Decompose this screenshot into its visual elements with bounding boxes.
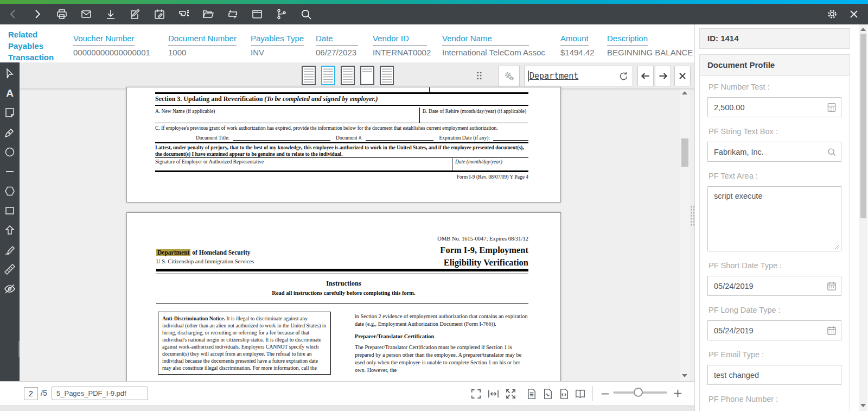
- next-match-button[interactable]: [655, 66, 671, 86]
- anti-discrimination-notice: Anti-Discrimination Notice. It is illega…: [158, 312, 331, 375]
- field-value: 06/27/2023: [316, 48, 358, 57]
- page-thumbnail-1[interactable]: [302, 66, 316, 85]
- preparer-heading: Preparer/Translator Certification: [355, 333, 529, 340]
- zoom-in-icon[interactable]: [672, 387, 684, 400]
- pf-long-date-input[interactable]: [708, 321, 841, 340]
- pf-string-text-box-label: PF String Text Box :: [709, 126, 841, 137]
- pf-short-date-input[interactable]: [708, 276, 841, 295]
- zoom-out-icon[interactable]: [599, 388, 611, 400]
- hide-annotations-icon[interactable]: [3, 282, 16, 295]
- field-label: Vendor ID: [373, 34, 427, 46]
- ruler-tool-icon[interactable]: [3, 263, 16, 276]
- search-icon[interactable]: [826, 147, 837, 157]
- back-icon[interactable]: [7, 8, 20, 21]
- toolbar-separator: [592, 386, 593, 401]
- code-view-icon[interactable]: [558, 388, 570, 400]
- page-number-input[interactable]: [24, 387, 38, 400]
- calendar-edit-icon[interactable]: [153, 8, 166, 21]
- workflow-icon[interactable]: [275, 8, 288, 21]
- zoom-slider-thumb[interactable]: [634, 388, 643, 397]
- search-options-button[interactable]: [498, 66, 520, 86]
- polygon-tool-icon[interactable]: [3, 185, 16, 198]
- document-scrollbar-thumb[interactable]: [681, 138, 688, 167]
- close-search-button[interactable]: [674, 66, 691, 86]
- rotate-icon[interactable]: [226, 8, 239, 21]
- field-value: International TeleCom Assoc: [442, 48, 545, 57]
- edit-document-icon[interactable]: [129, 8, 142, 21]
- scan-icon[interactable]: [177, 8, 190, 21]
- search-icon[interactable]: [299, 8, 312, 21]
- document-viewer-window: Related Payables Transaction Voucher Num…: [0, 0, 868, 411]
- close-icon[interactable]: [847, 8, 860, 21]
- form-document-row: Document Title: Document #: Expiration D…: [155, 134, 528, 141]
- page-thumbnail-2-selected[interactable]: [321, 66, 335, 85]
- calculator-icon[interactable]: [826, 102, 837, 113]
- text-tool-icon[interactable]: A: [3, 87, 16, 100]
- panel-scroll-up-arrow[interactable]: [860, 28, 866, 31]
- blank-line: [366, 134, 433, 141]
- field-voucher-number: Voucher Number 00000000000000001: [73, 34, 150, 57]
- resize-handle-icon[interactable]: [834, 244, 840, 250]
- pdf-view-icon[interactable]: [541, 388, 554, 400]
- pf-number-test-input[interactable]: [708, 98, 841, 117]
- text-caret: [528, 71, 529, 81]
- folder-open-icon[interactable]: [202, 8, 215, 21]
- card-view-icon[interactable]: [251, 8, 264, 21]
- text-view-icon[interactable]: [525, 388, 538, 400]
- pf-text-area-input[interactable]: script execute: [708, 187, 841, 251]
- forward-icon[interactable]: [31, 8, 44, 21]
- panel-scrollbar-thumb[interactable]: [860, 34, 866, 218]
- filename-input[interactable]: [52, 387, 148, 400]
- rectangle-tool-icon[interactable]: [3, 204, 16, 217]
- pdf-page-1[interactable]: Section 3. Updating and Reverification (…: [126, 87, 561, 203]
- pf-short-date-field: [707, 276, 841, 296]
- document-profile-panel: ID: 1414 Document Profile PF Number Test…: [694, 24, 868, 411]
- previous-match-button[interactable]: [637, 66, 654, 86]
- pdf-page-2[interactable]: OMB No. 1615-0047; Expires 08/31/12 Form…: [126, 212, 561, 381]
- section-title[interactable]: Document Profile: [700, 55, 850, 76]
- form-rule: [156, 303, 528, 303]
- page-thumbnail-5[interactable]: [380, 66, 394, 85]
- ellipse-tool-icon[interactable]: [3, 146, 16, 159]
- refresh-search-icon[interactable]: [618, 71, 629, 82]
- document-scrollbar[interactable]: [680, 90, 690, 381]
- calendar-icon[interactable]: [826, 281, 837, 292]
- search-input[interactable]: Department: [524, 66, 633, 86]
- page-total-label: /5: [41, 389, 47, 397]
- book-view-icon[interactable]: [574, 388, 586, 400]
- scroll-up-arrow[interactable]: [682, 91, 687, 94]
- pf-string-text-box-field: [707, 142, 841, 162]
- close-x-icon: [677, 71, 688, 81]
- field-label: Document Number: [168, 34, 237, 46]
- highlighter-tool-icon[interactable]: [3, 243, 16, 256]
- settings-gear-icon[interactable]: [826, 8, 839, 21]
- main-toolbar: [0, 4, 868, 24]
- pf-email-type-input[interactable]: [708, 365, 841, 384]
- thumbnail-preview: [343, 68, 353, 83]
- fit-page-icon[interactable]: [505, 388, 517, 400]
- related-payables-label[interactable]: Related Payables Transaction: [8, 29, 69, 63]
- page-thumbnail-3[interactable]: [341, 66, 355, 85]
- panel-scroll-down-arrow[interactable]: [860, 404, 866, 407]
- pen-tool-icon[interactable]: [3, 126, 16, 139]
- transaction-header: Related Payables Transaction Voucher Num…: [0, 24, 694, 62]
- calendar-icon[interactable]: [826, 325, 837, 336]
- pf-string-text-box-input[interactable]: [708, 142, 841, 161]
- page-thumbnail-4[interactable]: [360, 66, 374, 85]
- fit-width-icon[interactable]: [487, 388, 500, 400]
- search-bar-drag-handle[interactable]: [476, 71, 482, 80]
- email-icon[interactable]: [80, 8, 93, 21]
- form-signature-row: Signature of Employer or Authorized Repr…: [155, 157, 528, 172]
- pointer-tool-icon[interactable]: [3, 67, 16, 80]
- form-rule: [155, 92, 528, 94]
- note-tool-icon[interactable]: [3, 106, 16, 119]
- arrow-up-tool-icon[interactable]: [3, 224, 16, 237]
- arrow-right-icon: [658, 71, 668, 81]
- fullscreen-icon[interactable]: [470, 388, 482, 400]
- line-tool-icon[interactable]: [3, 165, 16, 178]
- scroll-down-arrow[interactable]: [682, 374, 687, 377]
- download-icon[interactable]: [104, 8, 117, 21]
- field-value: 1000: [168, 48, 237, 57]
- pf-text-area-field: script execute: [707, 186, 841, 251]
- print-icon[interactable]: [55, 8, 68, 21]
